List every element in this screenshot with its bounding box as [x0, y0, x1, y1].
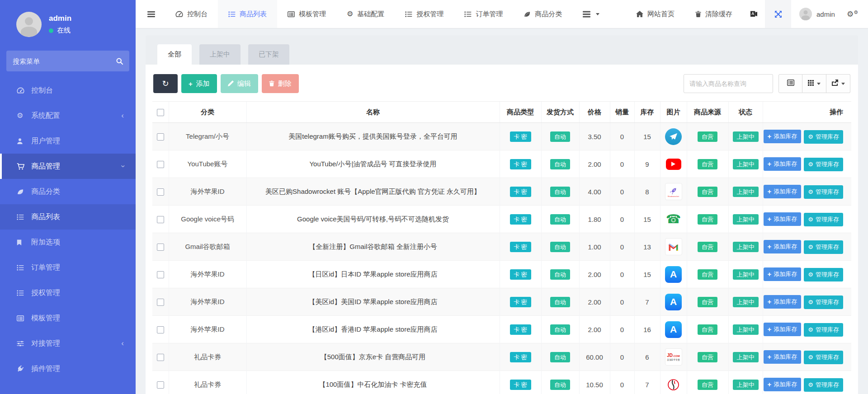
- add-stock-label: 添加库存: [774, 243, 797, 251]
- avatar[interactable]: [16, 12, 42, 37]
- manage-stock-button[interactable]: ⚙管理库存: [804, 240, 843, 254]
- manage-stock-button[interactable]: ⚙管理库存: [804, 351, 843, 364]
- tab-0[interactable]: 全部: [157, 44, 192, 65]
- hamburger-icon[interactable]: [136, 11, 165, 18]
- table-row: YouTube账号YouTube/小号|油管成品号 可直接登录使用卡密自动2.0…: [152, 150, 851, 178]
- export-button[interactable]: [826, 74, 850, 93]
- add-stock-button[interactable]: +添加库存: [764, 130, 802, 143]
- columns-toggle-button[interactable]: [778, 74, 802, 93]
- sidebar-item-4[interactable]: 商品分类: [0, 179, 136, 204]
- type-cell: 卡密: [500, 343, 541, 371]
- manage-stock-button[interactable]: ⚙管理库存: [804, 158, 843, 171]
- grid-view-button[interactable]: [802, 74, 826, 93]
- row-checkbox[interactable]: [157, 216, 164, 223]
- source-badge: 自营: [698, 324, 717, 335]
- sidebar-item-0[interactable]: 控制台: [0, 78, 136, 103]
- add-stock-button[interactable]: +添加库存: [764, 185, 802, 198]
- translate-icon[interactable]: [743, 0, 765, 28]
- search-icon[interactable]: [116, 58, 123, 65]
- delete-button[interactable]: 删除: [262, 74, 299, 93]
- category-cell: 海外苹果ID: [169, 316, 246, 343]
- row-checkbox[interactable]: [157, 133, 164, 141]
- topbar-item-0[interactable]: 控制台: [165, 0, 218, 28]
- sidebar-item-11[interactable]: 插件管理: [0, 356, 136, 381]
- topbar-item-4[interactable]: 授权管理: [395, 0, 454, 28]
- edit-button[interactable]: 编辑: [221, 74, 258, 93]
- user-menu[interactable]: admin: [791, 0, 843, 28]
- column-header-7: 图片: [660, 102, 687, 123]
- fullscreen-icon[interactable]: [765, 0, 791, 28]
- sidebar-item-6[interactable]: 附加选项: [0, 230, 136, 255]
- manage-stock-button[interactable]: ⚙管理库存: [804, 378, 843, 392]
- add-stock-button[interactable]: +添加库存: [764, 157, 802, 171]
- add-stock-button[interactable]: +添加库存: [764, 240, 802, 253]
- stock-cell: 15: [634, 261, 660, 288]
- topbar-item-3[interactable]: ⚙基础配置: [336, 0, 395, 28]
- cogs-icon: ⚙: [808, 134, 813, 140]
- tab-1[interactable]: 上架中: [199, 44, 241, 65]
- manage-stock-button[interactable]: ⚙管理库存: [804, 323, 843, 337]
- product-search-input[interactable]: [684, 74, 773, 93]
- type-badge: 卡密: [510, 159, 531, 169]
- add-button[interactable]: +添加: [181, 74, 217, 93]
- sidebar-item-9[interactable]: 模板管理: [0, 305, 136, 331]
- sidebar-item-1[interactable]: ⚙系统配置‹: [0, 103, 136, 128]
- type-cell: 卡密: [500, 233, 541, 261]
- type-cell: 卡密: [500, 288, 541, 316]
- row-checkbox[interactable]: [157, 244, 164, 251]
- manage-stock-button[interactable]: ⚙管理库存: [804, 185, 843, 199]
- site-home-link[interactable]: 网站首页: [626, 0, 685, 28]
- manage-stock-button[interactable]: ⚙管理库存: [804, 268, 843, 281]
- sidebar-item-7[interactable]: 订单管理: [0, 255, 136, 280]
- sales-cell: 0: [610, 261, 634, 288]
- add-stock-button[interactable]: +添加库存: [764, 350, 802, 364]
- type-cell: 卡密: [500, 206, 541, 233]
- add-stock-button[interactable]: +添加库存: [764, 323, 802, 336]
- sidebar-item-8[interactable]: 授权管理: [0, 280, 136, 305]
- manage-stock-label: 管理库存: [816, 216, 839, 224]
- topbar-item-1[interactable]: 商品列表: [218, 0, 277, 28]
- tab-2[interactable]: 已下架: [248, 44, 289, 65]
- row-checkbox[interactable]: [157, 299, 164, 306]
- clear-cache-button[interactable]: 清除缓存: [685, 0, 743, 28]
- row-checkbox[interactable]: [157, 188, 164, 196]
- menu-bars-icon: [583, 11, 590, 18]
- topbar-item-2[interactable]: 模板管理: [277, 0, 336, 28]
- sidebar-item-10[interactable]: 对接管理‹: [0, 331, 136, 356]
- sidebar-search-input[interactable]: [13, 57, 116, 65]
- type-cell: 卡密: [500, 123, 541, 150]
- row-checkbox[interactable]: [157, 271, 164, 278]
- manage-stock-button[interactable]: ⚙管理库存: [804, 296, 843, 309]
- plus-icon: +: [768, 298, 772, 305]
- add-stock-button[interactable]: +添加库存: [764, 295, 802, 309]
- sidebar-search[interactable]: [6, 51, 129, 71]
- row-checkbox[interactable]: [157, 381, 164, 389]
- select-all-checkbox[interactable]: [157, 109, 164, 116]
- sales-cell: 0: [610, 123, 634, 150]
- add-stock-button[interactable]: +添加库存: [764, 378, 802, 391]
- manage-stock-button[interactable]: ⚙管理库存: [804, 213, 843, 226]
- cogs-icon[interactable]: ⚙⚙: [843, 9, 868, 19]
- name-cell: Google voice美国号码/可转移,号码不可选随机发货: [246, 206, 500, 233]
- refresh-button[interactable]: ↻: [153, 74, 178, 93]
- table-row: 礼品卡券【500面值】京东e卡 自营商品可用卡密自动60.0006JD.COM京…: [152, 343, 851, 371]
- sales-cell: 0: [610, 288, 634, 316]
- row-checkbox[interactable]: [157, 326, 164, 333]
- row-checkbox[interactable]: [157, 161, 164, 168]
- sidebar-item-3[interactable]: 商品管理‹: [0, 154, 136, 179]
- more-menu[interactable]: [572, 0, 610, 28]
- add-stock-button[interactable]: +添加库存: [764, 267, 802, 281]
- sidebar-item-5[interactable]: 商品列表: [0, 204, 136, 230]
- caret-down-icon: [817, 83, 821, 85]
- delivery-cell: 自动: [541, 206, 579, 233]
- topbar-item-5[interactable]: 订单管理: [454, 0, 513, 28]
- topbar-item-6[interactable]: 商品分类: [513, 0, 572, 28]
- column-header-4: 价格: [579, 102, 610, 123]
- price-cell: 1.00: [579, 233, 610, 261]
- manage-stock-button[interactable]: ⚙管理库存: [804, 130, 843, 144]
- table-row: 海外苹果ID【美区id】美国ID 苹果apple store应用商店卡密自动2.…: [152, 288, 851, 316]
- add-stock-button[interactable]: +添加库存: [764, 212, 802, 226]
- row-checkbox[interactable]: [157, 354, 164, 361]
- sidebar-item-2[interactable]: 用户管理: [0, 128, 136, 154]
- row-checkbox-cell: [152, 371, 169, 394]
